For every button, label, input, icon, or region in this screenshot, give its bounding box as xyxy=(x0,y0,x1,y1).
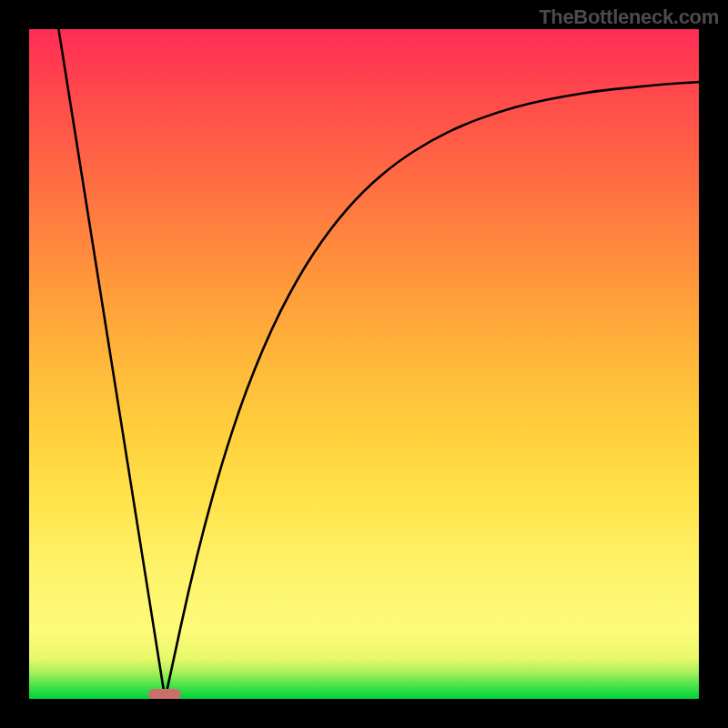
line-curve xyxy=(29,29,699,699)
plot-area xyxy=(29,29,699,699)
chart-container: TheBottleneck.com xyxy=(0,0,728,728)
watermark-text: TheBottleneck.com xyxy=(539,5,719,29)
highlight-marker xyxy=(148,689,181,699)
